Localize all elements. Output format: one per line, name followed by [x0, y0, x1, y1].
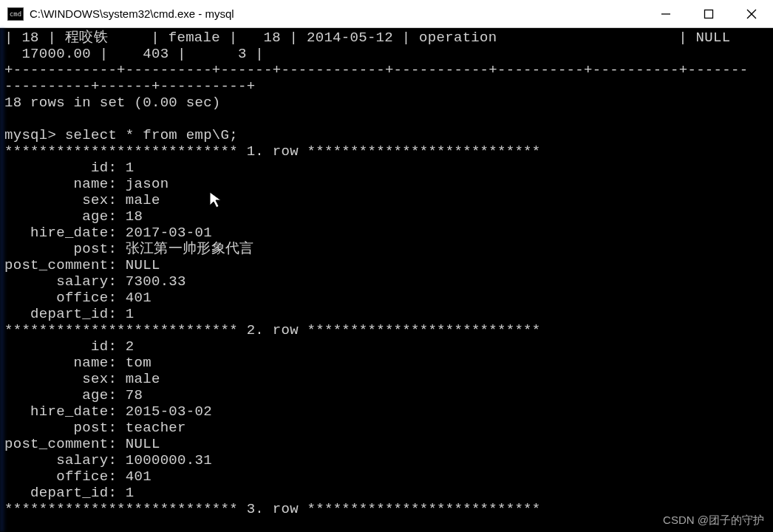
minimize-button[interactable] — [644, 0, 687, 27]
separator-line: +------------+----------+------+--------… — [4, 62, 748, 78]
field-hire-date: hire_date: 2015-03-02 — [4, 403, 212, 420]
field-sex: sex: male — [4, 192, 160, 208]
close-icon — [746, 9, 757, 19]
rows-summary: 18 rows in set (0.00 sec) — [4, 95, 221, 111]
row-separator: *************************** 1. row *****… — [4, 143, 541, 160]
svg-rect-1 — [705, 10, 713, 18]
field-hire-date: hire_date: 2017-03-01 — [4, 225, 212, 241]
field-salary: salary: 1000000.31 — [4, 452, 212, 468]
field-id: id: 2 — [4, 338, 134, 355]
table-row: 17000.00 | 403 | 3 | — [4, 46, 264, 62]
cmd-icon: cmd — [7, 7, 24, 21]
row-separator: *************************** 2. row *****… — [4, 322, 541, 338]
table-row: | 18 | 程咬铁 | female | 18 | 2014-05-12 | … — [4, 30, 730, 46]
maximize-button[interactable] — [687, 0, 730, 27]
field-id: id: 1 — [4, 160, 134, 176]
field-age: age: 78 — [4, 387, 143, 403]
field-age: age: 18 — [4, 208, 143, 225]
field-depart-id: depart_id: 1 — [4, 306, 134, 322]
window-titlebar: cmd C:\WINDOWS\system32\cmd.exe - mysql — [0, 0, 773, 28]
mysql-prompt-line: mysql> select * from emp\G; — [4, 127, 238, 143]
maximize-icon — [704, 9, 714, 19]
field-name: name: tom — [4, 355, 151, 371]
window-title: C:\WINDOWS\system32\cmd.exe - mysql — [30, 7, 644, 20]
field-post: post: 张江第一帅形象代言 — [4, 241, 254, 257]
field-sex: sex: male — [4, 371, 160, 387]
field-depart-id: depart_id: 1 — [4, 485, 134, 501]
field-post: post: teacher — [4, 420, 186, 436]
close-button[interactable] — [730, 0, 773, 27]
field-office: office: 401 — [4, 290, 151, 306]
field-office: office: 401 — [4, 468, 151, 485]
row-separator: *************************** 3. row *****… — [4, 501, 541, 517]
field-post-comment: post_comment: NULL — [4, 436, 160, 452]
field-post-comment: post_comment: NULL — [4, 257, 160, 273]
minimize-icon — [661, 9, 671, 19]
watermark-text: CSDN @团子的守护 — [663, 514, 764, 528]
field-salary: salary: 7300.33 — [4, 273, 186, 290]
terminal-output[interactable]: | 18 | 程咬铁 | female | 18 | 2014-05-12 | … — [0, 28, 773, 517]
field-name: name: jason — [4, 176, 168, 192]
separator-line: ----------+------+----------+ — [4, 78, 255, 95]
left-desktop-edge — [0, 28, 6, 532]
window-controls — [644, 0, 773, 27]
